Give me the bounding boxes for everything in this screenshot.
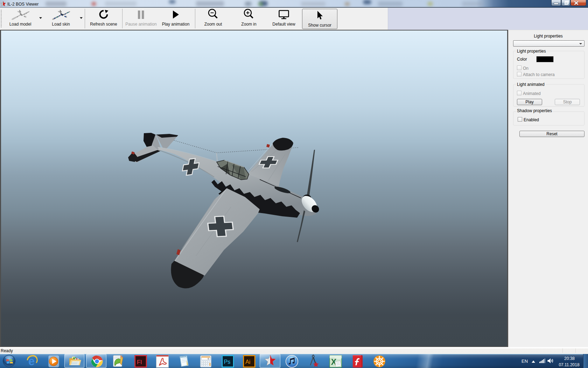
svg-text:0: 0 xyxy=(208,357,209,360)
svg-text:Ai: Ai xyxy=(245,359,250,365)
svg-text:Ps: Ps xyxy=(224,359,230,365)
svg-text:Fl: Fl xyxy=(137,359,142,366)
